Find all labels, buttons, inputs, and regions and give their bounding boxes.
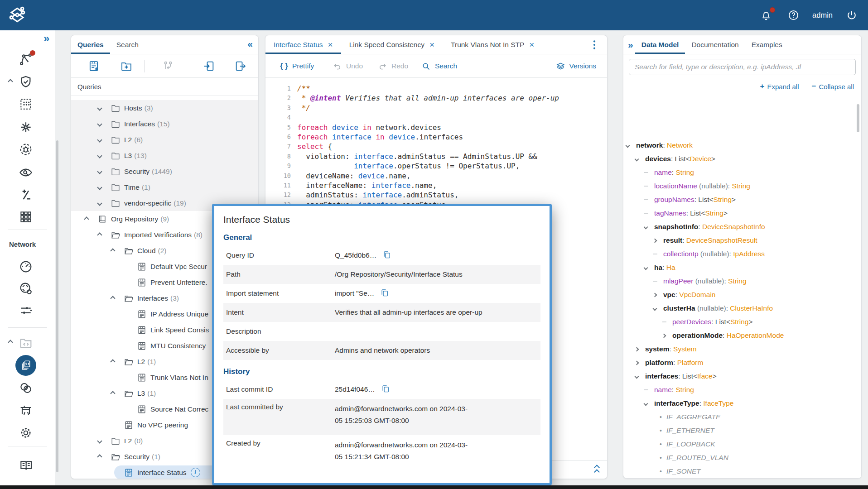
tree-chevron-icon[interactable]	[98, 122, 110, 126]
data-model-node-interfaces[interactable]: interfaces: List<Iface>	[623, 369, 861, 383]
tree-chevron-icon[interactable]	[644, 225, 654, 229]
tree-chevron-icon[interactable]	[98, 201, 110, 205]
tab-queries[interactable]: Queries	[71, 35, 110, 54]
logout-power-icon[interactable]	[844, 7, 860, 24]
collapse-right-panel-icon[interactable]: »	[628, 39, 633, 50]
expand-results-icon[interactable]	[595, 465, 599, 474]
close-tab-icon[interactable]: ×	[429, 40, 434, 49]
tab-overflow-menu-icon[interactable]	[588, 38, 601, 51]
tree-chevron-icon[interactable]	[98, 106, 110, 110]
tree-chevron-icon[interactable]	[635, 361, 645, 364]
data-model-node-name[interactable]: name: String	[623, 383, 861, 397]
close-tab-icon[interactable]: ×	[328, 40, 333, 49]
data-model-node-mlagpeer[interactable]: mlagPeer (nullable): String	[623, 274, 861, 288]
data-model-node-operationmode[interactable]: operationMode: HaOperationMode	[623, 329, 861, 342]
rail-item-globe-settings[interactable]	[19, 281, 33, 296]
tree-chevron-icon[interactable]	[662, 334, 672, 337]
collapse-queries-panel-icon[interactable]: «	[247, 38, 253, 49]
folder-item-hosts[interactable]: Hosts(3)	[71, 100, 258, 116]
rail-item-documentation-book[interactable]	[19, 458, 33, 473]
git-branch-button[interactable]	[162, 60, 174, 72]
help-icon[interactable]	[785, 7, 801, 24]
data-model-node-locationname[interactable]: locationName (nullable): String	[623, 179, 861, 193]
undo-button[interactable]: Undo	[333, 54, 363, 78]
copy-button[interactable]	[380, 288, 390, 298]
tree-chevron-icon[interactable]	[635, 375, 645, 378]
tree-chevron-icon[interactable]	[653, 239, 663, 242]
info-badge-icon[interactable]: i	[191, 468, 200, 477]
data-model-node-collectionip[interactable]: collectionIp (nullable): IpAddress	[623, 247, 861, 261]
tree-chevron-icon[interactable]	[85, 217, 97, 221]
tree-chevron-icon[interactable]	[98, 439, 110, 443]
folder-item-interfaces[interactable]: Interfaces(15)	[71, 116, 258, 132]
editor-tab-link-speed-consistency[interactable]: Link Speed Consistency×	[341, 35, 443, 54]
rail-item-plus-minus[interactable]	[19, 187, 33, 202]
tab-examples[interactable]: Examples	[745, 35, 789, 54]
tree-chevron-icon[interactable]	[98, 233, 110, 237]
folder-item-l3[interactable]: L3(13)	[71, 148, 258, 163]
new-folder-button[interactable]	[120, 60, 133, 72]
data-model-node-system[interactable]: system: System	[623, 342, 861, 356]
tree-chevron-icon[interactable]	[111, 297, 123, 300]
rail-item-folder-code[interactable]	[19, 336, 33, 350]
rail-item-shield-check[interactable]	[19, 75, 33, 89]
data-model-node-peerdevices[interactable]: peerDevices: List<String>	[623, 315, 861, 329]
data-model-node-interfacetype[interactable]: interfaceType: IfaceType	[623, 397, 861, 410]
redo-button[interactable]: Redo	[378, 54, 408, 78]
import-button[interactable]	[203, 60, 215, 72]
data-model-node-if-routed-vlan[interactable]: •IF_ROUTED_VLAN	[623, 451, 861, 465]
tree-chevron-icon[interactable]	[644, 402, 654, 405]
prettify-button[interactable]: { } Prettify	[280, 54, 314, 78]
rail-item-topology[interactable]	[19, 52, 33, 67]
tree-chevron-icon[interactable]	[98, 138, 110, 142]
versions-button[interactable]: Versions	[556, 54, 596, 78]
tree-chevron-icon[interactable]	[635, 348, 645, 351]
collapse-group-icon[interactable]	[8, 79, 13, 84]
rail-item-nqe-queries[interactable]	[15, 355, 36, 376]
user-menu[interactable]: admin	[812, 11, 833, 19]
tree-chevron-icon[interactable]	[111, 392, 123, 395]
editor-tab-trunk-vlans-not-in-stp[interactable]: Trunk Vlans Not In STP×	[443, 35, 542, 54]
data-model-node-if-loopback[interactable]: •IF_LOOPBACK	[623, 437, 861, 451]
data-model-node-snapshotinfo[interactable]: snapshotInfo: DeviceSnapshotInfo	[623, 220, 861, 234]
data-model-search-input[interactable]	[629, 59, 856, 75]
expand-all-button[interactable]: + Expand all	[760, 82, 799, 91]
rail-item-eye-search[interactable]	[19, 165, 33, 180]
rail-scrollbar[interactable]	[56, 140, 58, 472]
expand-rail-icon[interactable]: »	[43, 32, 49, 45]
export-button[interactable]	[234, 60, 247, 72]
tree-chevron-icon[interactable]	[98, 455, 110, 459]
data-model-node-ha[interactable]: ha: Ha	[623, 261, 861, 274]
data-model-node-if-aggregate[interactable]: •IF_AGGREGATE	[623, 410, 861, 424]
rail-item-sliders[interactable]	[19, 303, 33, 318]
tree-chevron-icon[interactable]	[98, 170, 110, 173]
tab-data-model[interactable]: Data Model	[635, 35, 685, 54]
tree-chevron-icon[interactable]	[644, 266, 654, 269]
data-model-node-groupnames[interactable]: groupNames: List<String>	[623, 193, 861, 206]
data-model-node-name[interactable]: name: String	[623, 166, 861, 179]
rail-item-app-grid[interactable]	[19, 210, 33, 224]
tab-documentation[interactable]: Documentation	[685, 35, 745, 54]
tree-chevron-icon[interactable]	[98, 154, 110, 158]
rail-item-bug-scan[interactable]	[19, 142, 33, 157]
data-model-node-if-sonet[interactable]: •IF_SONET	[623, 465, 861, 478]
tree-chevron-icon[interactable]	[111, 360, 123, 364]
rail-item-matrix[interactable]	[19, 97, 33, 111]
data-model-node-tagnames[interactable]: tagNames: List<String>	[623, 206, 861, 220]
tree-chevron-icon[interactable]	[653, 307, 663, 310]
new-query-button[interactable]	[87, 60, 100, 72]
data-model-scrollbar[interactable]	[857, 104, 859, 132]
rail-item-dashboard[interactable]	[19, 259, 33, 274]
data-model-node-result[interactable]: result: DeviceSnapshotResult	[623, 234, 861, 247]
tree-chevron-icon[interactable]	[111, 249, 123, 253]
folder-item-time[interactable]: Time(1)	[71, 179, 258, 195]
copy-button[interactable]	[382, 250, 392, 260]
close-tab-icon[interactable]: ×	[529, 40, 534, 49]
tree-chevron-icon[interactable]	[98, 186, 110, 189]
tree-chevron-icon[interactable]	[635, 158, 645, 161]
rail-item-venn[interactable]	[19, 381, 33, 395]
folder-item-l2[interactable]: L2(6)	[71, 132, 258, 148]
copy-button[interactable]	[381, 384, 391, 394]
tab-search[interactable]: Search	[110, 35, 145, 54]
data-model-node-clusterha[interactable]: clusterHa (nullable): ClusterHaInfo	[623, 302, 861, 315]
